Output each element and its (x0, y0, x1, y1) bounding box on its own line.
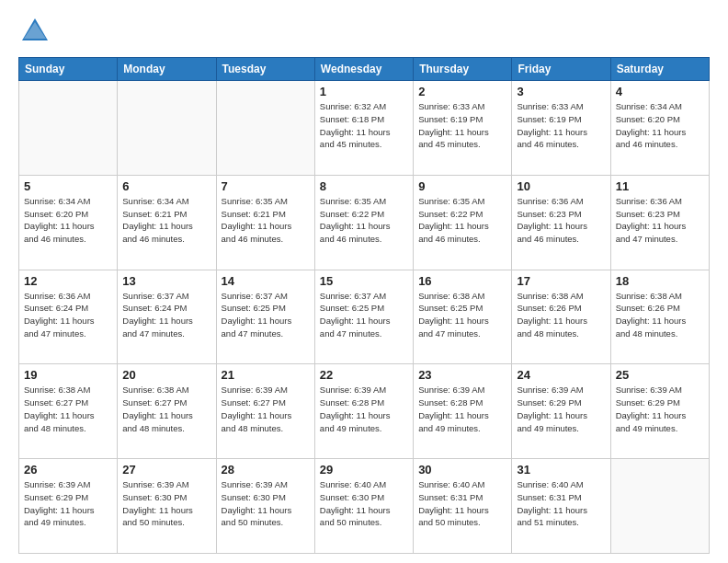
day-info: Sunrise: 6:36 AM Sunset: 6:24 PM Dayligh… (24, 290, 112, 340)
week-row-0: 1Sunrise: 6:32 AM Sunset: 6:18 PM Daylig… (19, 81, 710, 176)
day-info: Sunrise: 6:39 AM Sunset: 6:29 PM Dayligh… (24, 478, 112, 529)
day-number: 7 (222, 179, 310, 193)
day-number: 9 (418, 179, 506, 193)
day-number: 5 (24, 179, 112, 193)
day-number: 10 (517, 179, 605, 193)
day-cell-5: 5Sunrise: 6:34 AM Sunset: 6:20 PM Daylig… (19, 175, 118, 270)
weekday-header-wednesday: Wednesday (314, 58, 413, 81)
day-info: Sunrise: 6:37 AM Sunset: 6:25 PM Dayligh… (320, 290, 408, 340)
day-cell-13: 13Sunrise: 6:37 AM Sunset: 6:24 PM Dayli… (118, 270, 216, 364)
day-info: Sunrise: 6:40 AM Sunset: 6:31 PM Dayligh… (517, 478, 605, 529)
logo-icon (18, 15, 51, 48)
day-info: Sunrise: 6:38 AM Sunset: 6:27 PM Dayligh… (24, 384, 112, 434)
day-number: 18 (616, 274, 704, 288)
day-cell-15: 15Sunrise: 6:37 AM Sunset: 6:25 PM Dayli… (314, 270, 413, 364)
day-info: Sunrise: 6:38 AM Sunset: 6:27 PM Dayligh… (122, 384, 210, 434)
empty-cell (118, 81, 216, 176)
page: SundayMondayTuesdayWednesdayThursdayFrid… (0, 0, 728, 563)
day-cell-31: 31Sunrise: 6:40 AM Sunset: 6:31 PM Dayli… (512, 459, 610, 554)
day-info: Sunrise: 6:40 AM Sunset: 6:31 PM Dayligh… (418, 478, 506, 529)
day-cell-30: 30Sunrise: 6:40 AM Sunset: 6:31 PM Dayli… (414, 459, 512, 554)
empty-cell (216, 81, 314, 176)
day-info: Sunrise: 6:39 AM Sunset: 6:29 PM Dayligh… (616, 384, 704, 434)
day-info: Sunrise: 6:39 AM Sunset: 6:29 PM Dayligh… (517, 384, 605, 434)
week-row-4: 26Sunrise: 6:39 AM Sunset: 6:29 PM Dayli… (19, 459, 710, 554)
day-info: Sunrise: 6:38 AM Sunset: 6:26 PM Dayligh… (616, 290, 704, 340)
day-cell-27: 27Sunrise: 6:39 AM Sunset: 6:30 PM Dayli… (118, 459, 216, 554)
day-number: 14 (222, 274, 310, 288)
day-cell-8: 8Sunrise: 6:35 AM Sunset: 6:22 PM Daylig… (314, 175, 413, 270)
day-number: 20 (122, 368, 210, 382)
day-number: 8 (320, 179, 408, 193)
day-info: Sunrise: 6:40 AM Sunset: 6:30 PM Dayligh… (320, 478, 408, 529)
day-info: Sunrise: 6:38 AM Sunset: 6:26 PM Dayligh… (517, 290, 605, 340)
weekday-header-sunday: Sunday (19, 58, 118, 81)
day-info: Sunrise: 6:35 AM Sunset: 6:21 PM Dayligh… (222, 195, 310, 246)
empty-cell (610, 459, 709, 554)
day-number: 21 (222, 368, 310, 382)
day-cell-29: 29Sunrise: 6:40 AM Sunset: 6:30 PM Dayli… (314, 459, 413, 554)
day-cell-7: 7Sunrise: 6:35 AM Sunset: 6:21 PM Daylig… (216, 175, 314, 270)
day-cell-24: 24Sunrise: 6:39 AM Sunset: 6:29 PM Dayli… (512, 364, 610, 459)
day-number: 30 (418, 463, 506, 477)
day-cell-1: 1Sunrise: 6:32 AM Sunset: 6:18 PM Daylig… (314, 81, 413, 176)
day-cell-10: 10Sunrise: 6:36 AM Sunset: 6:23 PM Dayli… (512, 175, 610, 270)
day-number: 11 (616, 179, 704, 193)
day-cell-21: 21Sunrise: 6:39 AM Sunset: 6:27 PM Dayli… (216, 364, 314, 459)
day-info: Sunrise: 6:39 AM Sunset: 6:30 PM Dayligh… (122, 478, 210, 529)
day-number: 27 (122, 463, 210, 477)
weekday-header-tuesday: Tuesday (216, 58, 314, 81)
day-info: Sunrise: 6:38 AM Sunset: 6:25 PM Dayligh… (418, 290, 506, 340)
day-cell-16: 16Sunrise: 6:38 AM Sunset: 6:25 PM Dayli… (414, 270, 512, 364)
day-info: Sunrise: 6:33 AM Sunset: 6:19 PM Dayligh… (517, 100, 605, 151)
day-cell-2: 2Sunrise: 6:33 AM Sunset: 6:19 PM Daylig… (414, 81, 512, 176)
day-info: Sunrise: 6:39 AM Sunset: 6:28 PM Dayligh… (320, 384, 408, 434)
day-cell-12: 12Sunrise: 6:36 AM Sunset: 6:24 PM Dayli… (19, 270, 118, 364)
day-info: Sunrise: 6:34 AM Sunset: 6:20 PM Dayligh… (616, 100, 704, 151)
day-number: 31 (517, 463, 605, 477)
weekday-header-monday: Monday (118, 58, 216, 81)
day-cell-6: 6Sunrise: 6:34 AM Sunset: 6:21 PM Daylig… (118, 175, 216, 270)
empty-cell (19, 81, 118, 176)
day-cell-3: 3Sunrise: 6:33 AM Sunset: 6:19 PM Daylig… (512, 81, 610, 176)
day-cell-18: 18Sunrise: 6:38 AM Sunset: 6:26 PM Dayli… (610, 270, 709, 364)
day-number: 16 (418, 274, 506, 288)
day-info: Sunrise: 6:37 AM Sunset: 6:25 PM Dayligh… (222, 290, 310, 340)
day-info: Sunrise: 6:36 AM Sunset: 6:23 PM Dayligh… (517, 195, 605, 246)
day-cell-25: 25Sunrise: 6:39 AM Sunset: 6:29 PM Dayli… (610, 364, 709, 459)
day-info: Sunrise: 6:32 AM Sunset: 6:18 PM Dayligh… (320, 100, 408, 151)
day-info: Sunrise: 6:36 AM Sunset: 6:23 PM Dayligh… (616, 195, 704, 246)
day-number: 22 (320, 368, 408, 382)
weekday-header-saturday: Saturday (610, 58, 709, 81)
day-info: Sunrise: 6:35 AM Sunset: 6:22 PM Dayligh… (320, 195, 408, 246)
day-number: 17 (517, 274, 605, 288)
day-info: Sunrise: 6:35 AM Sunset: 6:22 PM Dayligh… (418, 195, 506, 246)
day-number: 13 (122, 274, 210, 288)
day-number: 12 (24, 274, 112, 288)
day-info: Sunrise: 6:39 AM Sunset: 6:28 PM Dayligh… (418, 384, 506, 434)
week-row-1: 5Sunrise: 6:34 AM Sunset: 6:20 PM Daylig… (19, 175, 710, 270)
weekday-header-thursday: Thursday (414, 58, 512, 81)
day-cell-20: 20Sunrise: 6:38 AM Sunset: 6:27 PM Dayli… (118, 364, 216, 459)
weekday-header-row: SundayMondayTuesdayWednesdayThursdayFrid… (19, 58, 710, 81)
day-cell-28: 28Sunrise: 6:39 AM Sunset: 6:30 PM Dayli… (216, 459, 314, 554)
day-number: 2 (418, 85, 506, 98)
day-number: 15 (320, 274, 408, 288)
day-info: Sunrise: 6:39 AM Sunset: 6:30 PM Dayligh… (222, 478, 310, 529)
day-number: 23 (418, 368, 506, 382)
day-info: Sunrise: 6:39 AM Sunset: 6:27 PM Dayligh… (222, 384, 310, 434)
day-cell-9: 9Sunrise: 6:35 AM Sunset: 6:22 PM Daylig… (414, 175, 512, 270)
svg-marker-1 (24, 22, 46, 39)
day-cell-22: 22Sunrise: 6:39 AM Sunset: 6:28 PM Dayli… (314, 364, 413, 459)
day-cell-11: 11Sunrise: 6:36 AM Sunset: 6:23 PM Dayli… (610, 175, 709, 270)
week-row-3: 19Sunrise: 6:38 AM Sunset: 6:27 PM Dayli… (19, 364, 710, 459)
day-number: 25 (616, 368, 704, 382)
weekday-header-friday: Friday (512, 58, 610, 81)
day-cell-23: 23Sunrise: 6:39 AM Sunset: 6:28 PM Dayli… (414, 364, 512, 459)
header (18, 15, 710, 48)
day-cell-14: 14Sunrise: 6:37 AM Sunset: 6:25 PM Dayli… (216, 270, 314, 364)
day-number: 3 (517, 85, 605, 98)
day-info: Sunrise: 6:37 AM Sunset: 6:24 PM Dayligh… (122, 290, 210, 340)
day-number: 29 (320, 463, 408, 477)
day-number: 1 (320, 85, 408, 98)
